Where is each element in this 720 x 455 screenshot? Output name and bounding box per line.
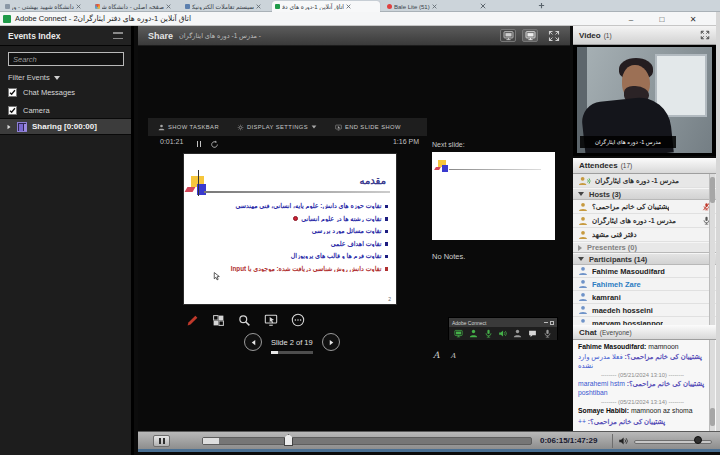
volume-thumb[interactable] xyxy=(694,436,702,444)
camera-checkbox-row[interactable]: Camera xyxy=(8,106,50,115)
host-person-icon xyxy=(578,230,588,240)
active-speaker-row[interactable]: مدرس 1- دوره های ایثارگران xyxy=(573,174,716,188)
tab-close-icon[interactable] xyxy=(166,4,171,9)
share-pod-header: Share - مدرس 1- دوره های ایثارگران xyxy=(138,26,570,46)
browser-tab-active[interactable]: اتاق آنلاین 1-دوره های دفتر ایثا xyxy=(272,1,380,12)
filter-events-dropdown[interactable]: Filter Events xyxy=(8,73,60,82)
attendee-status-icon[interactable] xyxy=(513,329,522,338)
replay-icon[interactable] xyxy=(210,140,219,149)
fullscreen-icon[interactable] xyxy=(700,30,710,40)
next-slide-button[interactable] xyxy=(322,333,340,351)
more-options-icon[interactable] xyxy=(291,313,305,327)
end-slide-show-button[interactable]: END SLIDE SHOW xyxy=(335,124,401,131)
screen-share-icon[interactable] xyxy=(454,329,463,338)
single-display-button[interactable] xyxy=(500,29,516,42)
speaker-icon[interactable] xyxy=(498,329,507,338)
chat-messages-checkbox-row[interactable]: Chat Messages xyxy=(8,88,75,97)
chat-bubble-icon[interactable] xyxy=(528,329,537,338)
window-edge-scrollbar[interactable] xyxy=(716,12,720,452)
participant-row[interactable]: Fahimeh Zare xyxy=(573,278,716,291)
participant-name: maedeh hosseini xyxy=(592,306,653,315)
hosts-header-label: Hosts (3) xyxy=(589,190,621,199)
chat-text: mamnoon az shoma xyxy=(631,407,693,414)
participant-person-icon xyxy=(578,318,588,325)
webcam-person-icon[interactable] xyxy=(469,329,478,338)
font-smaller-button[interactable]: A xyxy=(451,352,456,360)
mini-toolbar-title: Adobe Connect xyxy=(452,320,486,326)
tab-close-icon[interactable] xyxy=(76,4,81,9)
participant-row[interactable]: maedeh hosseini xyxy=(573,304,716,317)
microphone-icon[interactable] xyxy=(484,329,493,338)
mic-muted-icon[interactable] xyxy=(543,329,552,338)
magnifier-icon[interactable] xyxy=(238,314,251,327)
share-pod-title: Share xyxy=(148,31,173,41)
browser-tab-2[interactable]: صفحه اصلی - دانشگاه شهید xyxy=(92,1,178,12)
seek-bar[interactable] xyxy=(202,437,532,445)
host-row[interactable]: پشتیبان کی خانم مراحمی؟ xyxy=(573,200,716,214)
checkbox-checked-icon[interactable] xyxy=(8,106,17,115)
participant-row[interactable]: kamrani xyxy=(573,291,716,304)
presenters-section-header[interactable]: Presenters (0) xyxy=(573,242,716,253)
mini-logo-blue xyxy=(442,165,448,172)
scrollbar-thumb[interactable] xyxy=(710,177,715,203)
checkbox-checked-icon[interactable] xyxy=(8,88,17,97)
maximize-button[interactable]: □ xyxy=(653,12,671,26)
maximize-icon[interactable] xyxy=(550,321,554,325)
chat-pod-body: Fahime Masoudifard: mamnoon پشتیبان کی خ… xyxy=(573,340,716,432)
pause-button[interactable] xyxy=(153,435,170,447)
share-pod-subtitle: - مدرس 1- دوره های ایثارگران xyxy=(179,32,261,40)
mini-connect-toolbar: Adobe Connect xyxy=(448,317,558,340)
tab-title: Bale Lite (51) xyxy=(394,4,430,10)
fullscreen-icon[interactable] xyxy=(548,30,560,42)
seek-thumb[interactable] xyxy=(284,434,293,446)
dual-display-button[interactable] xyxy=(522,29,538,42)
attendees-scrollbar[interactable] xyxy=(709,174,715,325)
host-row[interactable]: مدرس 1- دوره های ایثارگران xyxy=(573,214,716,228)
pointer-screen-icon[interactable] xyxy=(264,313,278,327)
browser-tab-3[interactable]: سیستم تعاملات الکترونیکی xyxy=(182,1,268,12)
browser-tab-5[interactable]: Bale Lite (51) xyxy=(384,1,472,12)
new-tab-icon[interactable] xyxy=(538,2,545,9)
video-count: (1) xyxy=(604,32,612,39)
recording-player-bar: 0:06:15/1:47:29 xyxy=(138,431,720,449)
panel-menu-icon[interactable] xyxy=(113,32,123,39)
playback-time: 0:06:15/1:47:29 xyxy=(540,432,597,450)
sharing-event-item[interactable]: Sharing [0:00:00] xyxy=(0,118,131,135)
tab-close-icon[interactable] xyxy=(346,4,351,9)
hosts-section-header[interactable]: Hosts (3) xyxy=(573,188,716,200)
adobe-connect-favicon xyxy=(275,4,280,9)
slide-bullet-red: تفاوت دانش روش شناسی دریافت شده: موجودی … xyxy=(192,265,388,272)
participant-row[interactable]: Fahime Masoudifard xyxy=(573,265,716,278)
tab-close-icon[interactable] xyxy=(480,3,486,9)
minimize-button[interactable]: – xyxy=(622,12,640,26)
expand-arrow-icon[interactable] xyxy=(6,124,12,130)
host-row[interactable]: دفتر فنی مشهد xyxy=(573,228,716,242)
slide-progress-fill xyxy=(271,351,278,354)
next-slide-preview xyxy=(432,152,555,240)
participant-row[interactable]: maryam hossianpor xyxy=(573,317,716,325)
previous-slide-button[interactable] xyxy=(244,333,262,351)
pause-icon[interactable] xyxy=(196,141,202,148)
events-index-panel: Events Index Filter Events Chat Messages… xyxy=(0,26,134,455)
tab-close-icon[interactable] xyxy=(256,4,261,9)
volume-icon[interactable] xyxy=(618,436,628,446)
pencil-icon[interactable] xyxy=(186,314,199,327)
search-input[interactable] xyxy=(8,52,124,66)
close-button[interactable]: ✕ xyxy=(684,12,702,26)
scrollbar-thumb[interactable] xyxy=(710,408,715,426)
thumbnails-icon[interactable] xyxy=(212,314,225,327)
chat-message: Somaye Habibi: mamnoon az shoma xyxy=(578,407,707,415)
show-taskbar-button[interactable]: SHOW TASKBAR xyxy=(158,124,219,131)
participants-section-header[interactable]: Participants (14) xyxy=(573,253,716,265)
minimize-icon[interactable] xyxy=(544,322,548,323)
mini-toolbar-titlebar: Adobe Connect xyxy=(449,318,557,327)
chat-timestamp-separator: -------- (05/21/2024 13:14) -------- xyxy=(578,399,707,405)
chat-scrollbar[interactable] xyxy=(709,340,715,432)
browser-tab-1[interactable]: دانشگاه شهید بهشتی - ورود xyxy=(2,1,88,12)
host-name: پشتیبان کی خانم مراحمی؟ xyxy=(592,203,669,211)
slide-divider-line xyxy=(204,191,390,193)
host-name: مدرس 1- دوره های ایثارگران xyxy=(592,217,676,225)
tab-close-icon[interactable] xyxy=(432,4,437,9)
display-settings-button[interactable]: DISPLAY SETTINGS xyxy=(237,124,317,131)
font-larger-button[interactable]: A xyxy=(433,350,440,360)
